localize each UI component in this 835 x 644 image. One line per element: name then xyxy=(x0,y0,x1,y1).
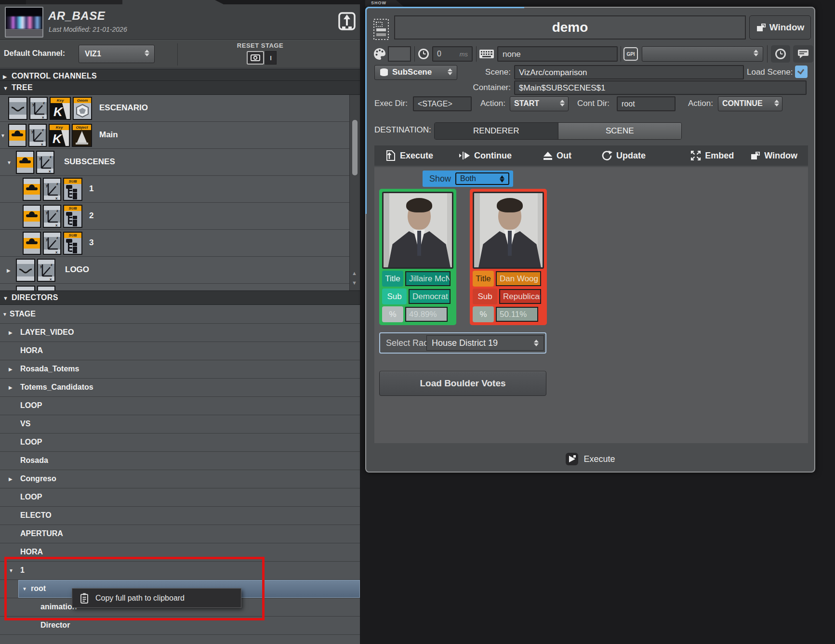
show-select[interactable]: Both xyxy=(455,172,509,185)
keyboard-icon xyxy=(479,49,494,59)
director-row[interactable]: ELECTO xyxy=(0,507,360,525)
toolbar-window-button[interactable]: Window xyxy=(750,151,797,161)
section-directors[interactable]: ▼ DIRECTORS xyxy=(0,290,360,305)
director-row[interactable]: ▶ Rosada_Totems xyxy=(0,360,360,379)
tree-row-subscenes[interactable]: ▼ yzx SUBSCENES xyxy=(0,149,360,176)
destination-renderer-button[interactable]: RENDERER xyxy=(435,123,558,139)
tree-scrollbar[interactable]: ▲ ▼ xyxy=(349,95,360,290)
eye-icon[interactable] xyxy=(8,124,27,147)
scene-input[interactable]: VizArc/comparison xyxy=(514,65,744,79)
exec-dir-value: <STAGE> xyxy=(418,100,452,108)
director-row[interactable]: VS xyxy=(0,415,360,434)
tree-row-sub1[interactable]: yzx SUB 1 xyxy=(0,176,360,203)
chevron-down-icon[interactable]: ▼ xyxy=(7,160,12,165)
tree-arrow-icon[interactable]: ▼ xyxy=(2,312,7,317)
divider xyxy=(414,46,415,62)
reset-stage-i-button[interactable]: I xyxy=(265,51,277,65)
update-button[interactable]: Update xyxy=(601,150,646,161)
container-icon[interactable] xyxy=(8,97,27,120)
tab-show[interactable]: SHOW xyxy=(365,0,404,7)
notes-button[interactable] xyxy=(793,45,813,63)
tree-arrow-icon[interactable]: ▶ xyxy=(9,385,13,390)
default-channel-select[interactable]: VIZ1 xyxy=(79,45,155,63)
continue-button[interactable]: Continue xyxy=(458,150,512,161)
timer-button[interactable] xyxy=(771,45,790,63)
bottom-execute-button[interactable]: Execute xyxy=(583,454,615,464)
chevron-right-icon[interactable]: ▶ xyxy=(7,268,11,273)
tree-arrow-icon[interactable]: ▶ xyxy=(9,476,13,482)
director-row[interactable]: ▼ STAGE xyxy=(0,305,360,324)
tree-row-escenario[interactable]: yzx Key K Geom ESCENARIO xyxy=(0,95,360,122)
divider xyxy=(767,45,768,63)
palette-icon[interactable] xyxy=(373,47,386,61)
eye-icon[interactable] xyxy=(16,151,34,174)
reset-stage-camera-button[interactable] xyxy=(247,51,264,65)
destination-toggle: RENDERER SCENE xyxy=(434,122,682,140)
continue-icon xyxy=(458,150,471,161)
eye-icon[interactable] xyxy=(23,205,41,228)
clock-icon xyxy=(774,48,787,60)
action-name-input[interactable]: demo xyxy=(394,15,746,39)
app-tab[interactable] xyxy=(26,0,122,4)
percent-field-input[interactable]: 49.89% xyxy=(405,307,448,322)
tree-label: 2 xyxy=(89,211,93,221)
chevron-down-icon[interactable]: ▼ xyxy=(0,133,5,138)
select-race-dropdown[interactable]: House District 19 xyxy=(426,335,544,351)
director-row[interactable]: ▶ Congreso xyxy=(0,470,360,488)
director-row[interactable]: LOOP xyxy=(0,488,360,507)
tree-row-sub3[interactable]: yzx SUB 3 xyxy=(0,230,360,257)
cont-dir-input[interactable]: root xyxy=(617,96,676,111)
delay-input[interactable]: 0 ms xyxy=(432,46,473,62)
eye-icon[interactable] xyxy=(23,178,41,201)
sub-badge: SUB xyxy=(64,233,81,238)
execute-label: Execute xyxy=(400,151,433,161)
scroll-down-icon[interactable]: ▼ xyxy=(352,280,357,286)
title-field-input[interactable]: Jillaire McN xyxy=(405,271,451,286)
axis-icon: yzx xyxy=(43,205,61,228)
title-field-input[interactable]: Dan Woog xyxy=(496,271,541,286)
project-thumbnail[interactable] xyxy=(5,7,43,38)
action2-select[interactable]: CONTINUE xyxy=(718,96,782,111)
director-row[interactable]: LOOP xyxy=(0,397,360,415)
director-row[interactable]: ▶ LAYER_VIDEO xyxy=(0,324,360,342)
thumbnail-ground xyxy=(6,29,42,37)
director-row[interactable]: ▶ Totems_Candidatos xyxy=(0,379,360,397)
load-scene-checkbox[interactable] xyxy=(795,66,808,78)
scrollbar-thumb[interactable] xyxy=(352,120,358,175)
director-row[interactable]: LOOP xyxy=(0,434,360,452)
tree-arrow-icon[interactable]: ▶ xyxy=(9,367,13,372)
director-row[interactable]: Rosada xyxy=(0,452,360,470)
execute-button[interactable]: Execute xyxy=(385,150,433,161)
tree-arrow-icon[interactable]: ▶ xyxy=(9,330,13,335)
scroll-up-icon[interactable]: ▲ xyxy=(352,270,357,276)
exec-dir-input[interactable]: <STAGE> xyxy=(413,96,472,111)
container-input[interactable]: $Main$SUBSCENES$1 xyxy=(514,80,807,95)
shortcut-input[interactable]: none xyxy=(497,46,618,62)
section-tree[interactable]: ▼ TREE xyxy=(0,80,360,95)
tree-row-logo[interactable]: ▶ yzx LOGO xyxy=(0,257,360,284)
out-button[interactable]: Out xyxy=(543,150,571,161)
director-row[interactable]: APERTURA xyxy=(0,525,360,543)
window-button-label: Window xyxy=(769,22,805,33)
sub-field-input[interactable]: Democrat xyxy=(409,289,451,304)
director-row[interactable]: HORA xyxy=(0,342,360,360)
sub-field-input[interactable]: Republican xyxy=(499,289,541,304)
destination-scene-button[interactable]: SCENE xyxy=(558,123,682,139)
percent-field-input[interactable]: 50.11% xyxy=(496,307,538,322)
director-label: Rosada xyxy=(20,456,48,465)
gpi-select[interactable] xyxy=(642,46,763,62)
load-boulder-votes-button[interactable]: Load Boulder Votes xyxy=(379,371,546,396)
tree-row-sub2[interactable]: yzx SUB 2 xyxy=(0,203,360,230)
tree-row-main[interactable]: ▼ yzx Key K Object Main xyxy=(0,122,360,149)
eye-icon[interactable] xyxy=(23,232,41,255)
action-type-select[interactable]: SubScene xyxy=(374,65,457,80)
embed-button[interactable]: Embed xyxy=(690,150,734,161)
action1-select[interactable]: START xyxy=(510,96,569,111)
refresh-icon xyxy=(601,150,613,161)
container-icon[interactable] xyxy=(16,259,35,282)
app-tab-active[interactable] xyxy=(122,0,224,4)
color-swatch[interactable] xyxy=(388,46,411,62)
tree-label: LOGO xyxy=(65,265,89,275)
export-project-icon[interactable] xyxy=(337,11,357,32)
window-button[interactable]: Window xyxy=(749,15,811,39)
